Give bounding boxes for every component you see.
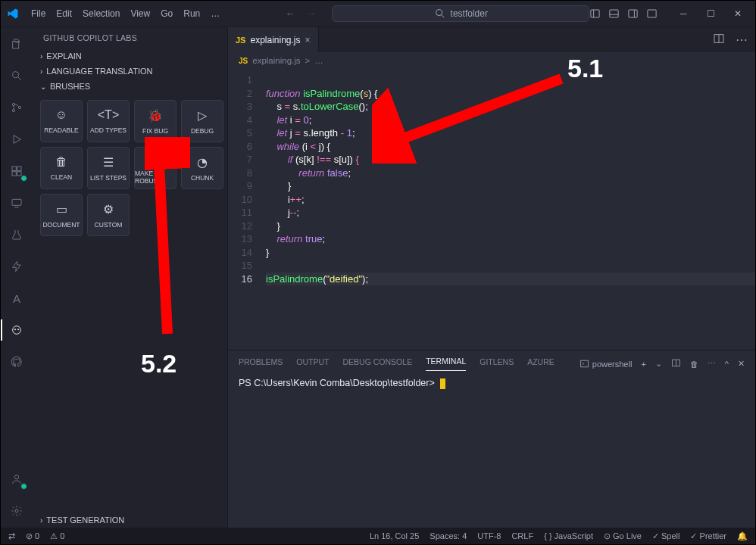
breadcrumb[interactable]: JS explaining.js > …	[228, 52, 755, 69]
brush-add-types[interactable]: <T>ADD TYPES	[87, 100, 130, 142]
brush-grid: ☺READABLE <T>ADD TYPES 🐞FIX BUG ▷DEBUG 🗑…	[33, 94, 227, 244]
brush-fix-bug[interactable]: 🐞FIX BUG	[134, 100, 177, 142]
brush-label: DOCUMENT	[42, 221, 80, 229]
title-bar: File Edit Selection View Go Run … ← → te…	[1, 1, 755, 27]
nav-back-icon[interactable]: ←	[285, 8, 295, 20]
status-eol[interactable]: CRLF	[511, 531, 533, 540]
menu-view[interactable]: View	[126, 5, 155, 22]
section-brushes[interactable]: ⌄BRUSHES	[33, 79, 227, 94]
status-warnings[interactable]: ⚠ 0	[50, 531, 64, 541]
azure-a-icon[interactable]: A	[8, 289, 26, 307]
brush-make-robust[interactable]: 🛡MAKE ROBUST	[134, 147, 177, 189]
remote-icon[interactable]	[8, 194, 26, 212]
brush-clean[interactable]: 🗑CLEAN	[40, 147, 83, 189]
source-control-icon[interactable]	[8, 98, 26, 117]
run-debug-icon[interactable]	[8, 130, 26, 148]
section-label: TEST GENERATION	[46, 515, 124, 525]
terminal-body[interactable]: PS C:\Users\Kevin Comba\Desktop\testfold…	[228, 371, 755, 528]
status-spaces[interactable]: Spaces: 4	[430, 531, 467, 540]
settings-icon[interactable]	[8, 502, 26, 520]
brush-list-steps[interactable]: ☰LIST STEPS	[87, 147, 130, 189]
terminal-prompt: PS C:\Users\Kevin Comba\Desktop\testfold…	[239, 378, 435, 388]
status-remote-icon[interactable]: ⇄	[8, 531, 15, 541]
terminal-more-icon[interactable]: ⋯	[708, 359, 716, 369]
panel-tab-terminal[interactable]: TERMINAL	[426, 357, 466, 371]
layout-toggle-4-icon[interactable]	[646, 8, 658, 20]
menu-go[interactable]: Go	[156, 5, 177, 22]
panel-maximize-icon[interactable]: ^	[725, 360, 729, 369]
panel-tab-debug-console[interactable]: DEBUG CONSOLE	[343, 357, 413, 371]
layout-toggle-3-icon[interactable]	[627, 8, 639, 20]
panel-close-icon[interactable]: ✕	[738, 359, 745, 369]
window-minimize[interactable]: ─	[670, 2, 697, 25]
window-maximize[interactable]: ☐	[697, 2, 724, 25]
chevron-down-icon: ⌄	[40, 83, 46, 91]
search-icon[interactable]	[8, 67, 26, 85]
code-content[interactable]: function isPalindrome(s) { s = s.toLower…	[260, 69, 755, 350]
bolt-icon[interactable]	[8, 257, 26, 276]
brush-document[interactable]: ▭DOCUMENT	[40, 194, 83, 236]
menu-selection[interactable]: Selection	[78, 5, 124, 22]
extensions-icon[interactable]	[8, 162, 26, 180]
menu-file[interactable]: File	[27, 5, 50, 22]
panel-tab-gitlens[interactable]: GITLENS	[480, 357, 514, 371]
window-close[interactable]: ✕	[724, 2, 751, 25]
terminal-dropdown-icon[interactable]: ⌄	[655, 359, 662, 369]
panel-tab-output[interactable]: OUTPUT	[296, 357, 329, 371]
svg-rect-19	[17, 172, 21, 176]
section-explain[interactable]: ›EXPLAIN	[33, 48, 227, 64]
split-editor-icon[interactable]	[713, 33, 725, 48]
nav-forward-icon[interactable]: →	[306, 8, 317, 20]
status-spell[interactable]: ✓ Spell	[652, 531, 680, 541]
brush-label: CUSTOM	[95, 221, 123, 229]
svg-rect-8	[648, 10, 656, 17]
command-center[interactable]: testfolder	[332, 5, 589, 22]
brush-readable[interactable]: ☺READABLE	[40, 100, 83, 142]
status-errors[interactable]: ⊘ 0	[26, 531, 39, 541]
status-encoding[interactable]: UTF-8	[477, 531, 501, 540]
chevron-right-icon: ›	[40, 67, 42, 76]
status-golive[interactable]: ⊙ Go Live	[604, 531, 642, 541]
svg-line-1	[442, 15, 444, 17]
tab-close-icon[interactable]: ×	[305, 35, 311, 45]
status-prettier[interactable]: ✓ Prettier	[690, 531, 726, 541]
menu-more[interactable]: …	[206, 5, 224, 22]
svg-rect-16	[12, 167, 16, 170]
status-language[interactable]: { } JavaScript	[544, 531, 593, 540]
brush-chunk[interactable]: ◔CHUNK	[181, 147, 223, 189]
terminal-kill-icon[interactable]: 🗑	[690, 360, 698, 369]
svg-marker-22	[13, 261, 21, 271]
layout-toggle-1-icon[interactable]	[589, 8, 601, 20]
section-language-translation[interactable]: ›LANGUAGE TRANSLATION	[33, 64, 227, 79]
terminal-shell-label[interactable]: powershell	[579, 359, 633, 369]
section-test-generation[interactable]: ›TEST GENERATION	[33, 512, 227, 528]
terminal-split-icon[interactable]	[671, 358, 681, 369]
chevron-right-icon: ›	[40, 52, 42, 61]
account-icon[interactable]	[8, 470, 26, 488]
copilot-icon[interactable]	[8, 321, 26, 339]
code-editor[interactable]: 12345678910111213141516 function isPalin…	[228, 69, 755, 350]
panel-tab-azure[interactable]: AZURE	[527, 357, 555, 371]
tab-explaining-js[interactable]: JS explaining.js ×	[228, 27, 319, 52]
terminal-new-icon[interactable]: +	[641, 360, 645, 369]
more-actions-icon[interactable]: ⋯	[736, 33, 748, 47]
menu-run[interactable]: Run	[179, 5, 205, 22]
layout-toggle-2-icon[interactable]	[608, 8, 620, 20]
files-icon[interactable]	[8, 35, 26, 53]
status-cursor-pos[interactable]: Ln 16, Col 25	[370, 531, 419, 540]
github-icon[interactable]	[8, 353, 26, 371]
panel-tab-problems[interactable]: PROBLEMS	[239, 357, 283, 371]
tab-filename: explaining.js	[250, 35, 300, 45]
menu-edit[interactable]: Edit	[52, 5, 77, 22]
status-bell-icon[interactable]: 🔔	[737, 531, 748, 541]
brush-label: FIX BUG	[142, 127, 168, 135]
svg-point-26	[14, 475, 18, 479]
breadcrumb-more: …	[314, 56, 323, 65]
svg-point-14	[18, 106, 20, 108]
svg-point-27	[15, 509, 18, 512]
brush-custom[interactable]: ⚙CUSTOM	[87, 194, 130, 236]
type-icon: <T>	[98, 108, 119, 122]
test-icon[interactable]	[8, 226, 26, 244]
svg-rect-30	[580, 360, 588, 367]
brush-debug[interactable]: ▷DEBUG	[181, 100, 223, 142]
